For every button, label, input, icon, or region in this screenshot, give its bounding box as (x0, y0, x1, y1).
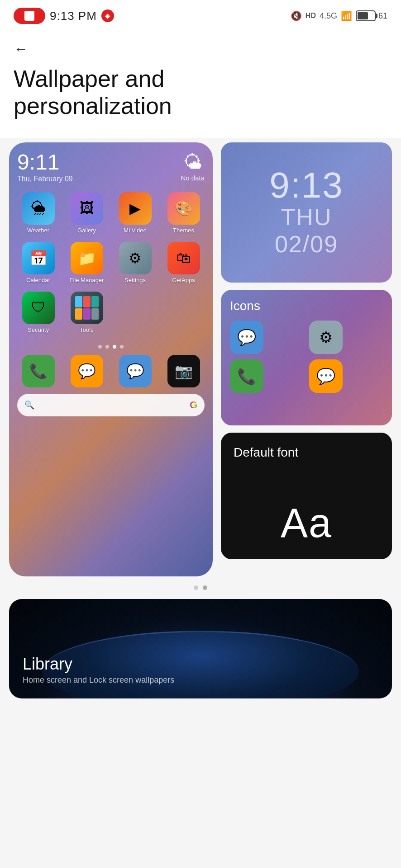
app-icon-getapps: 🛍 (167, 242, 200, 274)
battery-tip (376, 14, 377, 18)
app-gallery[interactable]: 🖼 Gallery (66, 192, 108, 234)
clock-time: 9:13 (269, 167, 344, 203)
page-header: ← Wallpaper andpersonalization (0, 32, 401, 138)
app-tools[interactable]: Tools (66, 292, 108, 333)
font-sample: Aa (281, 500, 332, 547)
back-button[interactable]: ← (14, 41, 28, 57)
battery-fill (358, 12, 368, 19)
phone-time: 9:11 (17, 151, 73, 173)
icons-card-title: Icons (230, 299, 383, 313)
miui-icon: ◈ (101, 9, 114, 22)
dock-camera[interactable]: 📷 (162, 355, 205, 387)
icons-card[interactable]: Icons 💬 ⚙ 📞 💬 (221, 290, 392, 425)
tools-grid-icon (75, 296, 99, 320)
dot-3 (113, 345, 116, 349)
app-filemanager[interactable]: 📁 File Manager (66, 242, 108, 283)
app-settings[interactable]: ⚙ Settings (114, 242, 156, 283)
app-icon-mivideo: ▶ (119, 192, 152, 225)
app-icon-filemanager: 📁 (71, 242, 103, 274)
app-mivideo[interactable]: ▶ Mi Video (114, 192, 156, 234)
tools-dot-5 (83, 308, 91, 320)
right-panel: 9:13 THU 02/09 Icons 💬 ⚙ 📞 💬 Default fon… (221, 142, 392, 576)
icons-grid-settings: ⚙ (309, 321, 343, 354)
app-label-tools: Tools (80, 326, 93, 333)
library-content: Library Home screen and Lock screen wall… (23, 655, 174, 685)
app-grid-row2: 📅 Calendar 📁 File Manager ⚙ Settings 🛍 G… (17, 242, 205, 283)
icons-grid-phone: 📞 (230, 359, 263, 393)
status-bar: 9:13 PM ◈ 🔇 HD 4.5G 📶 61 (0, 0, 401, 32)
app-weather[interactable]: 🌦 Weather (17, 192, 59, 234)
dock-phone[interactable]: 📞 (17, 355, 59, 387)
dock-chat[interactable]: 💬 (114, 355, 156, 387)
dock-icon-phone: 📞 (22, 355, 55, 387)
app-security[interactable]: 🛡 Security (17, 292, 59, 333)
clock-date: 02/09 (275, 231, 338, 258)
tools-dot-2 (83, 296, 91, 307)
status-right: 🔇 HD 4.5G 📶 61 (291, 10, 387, 21)
record-button[interactable] (14, 8, 45, 24)
tools-dot-6 (91, 308, 99, 320)
app-label-settings: Settings (124, 277, 146, 283)
tools-dot-1 (75, 296, 82, 307)
google-icon: G (190, 399, 197, 411)
app-icon-weather: 🌦 (22, 192, 55, 225)
app-icon-tools (71, 292, 103, 324)
app-label-gallery: Gallery (77, 227, 96, 234)
dot-2 (105, 345, 109, 349)
dot-1 (98, 345, 102, 349)
app-grid-row1: 🌦 Weather 🖼 Gallery ▶ Mi Video 🎨 Themes (17, 192, 205, 234)
phone-search-bar[interactable]: 🔍 G (17, 394, 205, 416)
app-grid-row3: 🛡 Security (17, 292, 205, 333)
tools-dot-3 (91, 296, 99, 307)
clock-day: THU (281, 203, 332, 231)
app-icon-themes: 🎨 (167, 192, 200, 225)
font-card[interactable]: Default font Aa (221, 433, 392, 559)
phone-inner: 9:11 Thu, February 09 🌤 No data 🌦 Weathe… (9, 142, 213, 576)
phone-weather: 🌤 No data (181, 151, 205, 182)
status-time: 9:13 PM (50, 9, 97, 23)
icons-grid-chat: 💬 (309, 359, 343, 393)
preview-section: 9:11 Thu, February 09 🌤 No data 🌦 Weathe… (9, 138, 392, 576)
library-title: Library (23, 655, 174, 674)
record-icon (24, 11, 34, 21)
font-card-title: Default font (234, 445, 298, 460)
network-icon: 4.5G (320, 11, 337, 21)
phone-date: Thu, February 09 (17, 175, 73, 183)
phone-time-block: 9:11 Thu, February 09 (17, 151, 73, 183)
app-label-security: Security (28, 326, 49, 333)
app-label-getapps: GetApps (172, 277, 195, 283)
app-themes[interactable]: 🎨 Themes (162, 192, 205, 234)
app-calendar[interactable]: 📅 Calendar (17, 242, 59, 283)
app-icon-settings: ⚙ (119, 242, 152, 274)
clock-card[interactable]: 9:13 THU 02/09 (221, 142, 392, 283)
app-label-weather: Weather (27, 227, 49, 234)
search-icon: 🔍 (24, 400, 34, 410)
bottom-app-dock: 📞 💬 💬 📷 (17, 355, 205, 387)
library-section[interactable]: Library Home screen and Lock screen wall… (9, 599, 392, 698)
phone-mockup[interactable]: 9:11 Thu, February 09 🌤 No data 🌦 Weathe… (9, 142, 213, 576)
dock-icon-chat: 💬 (119, 355, 152, 387)
status-left: 9:13 PM ◈ (14, 8, 114, 24)
preview-dot-2 (203, 585, 207, 590)
dock-messages[interactable]: 💬 (66, 355, 108, 387)
app-icon-calendar: 📅 (22, 242, 55, 274)
library-background: Library Home screen and Lock screen wall… (9, 599, 392, 698)
battery-text: 61 (378, 11, 387, 21)
phone-top-row: 9:11 Thu, February 09 🌤 No data (17, 151, 205, 183)
dock-icon-camera: 📷 (167, 355, 200, 387)
phone-page-dots (17, 345, 205, 349)
preview-dot-1 (194, 585, 198, 590)
app-icon-security: 🛡 (22, 292, 55, 324)
signal-icon: 📶 (341, 10, 352, 21)
mute-icon: 🔇 (291, 10, 302, 21)
main-content: 9:11 Thu, February 09 🌤 No data 🌦 Weathe… (0, 138, 401, 712)
icons-grid: 💬 ⚙ 📞 💬 (230, 321, 383, 393)
app-label-calendar: Calendar (26, 277, 50, 283)
icons-grid-messages: 💬 (230, 321, 263, 354)
app-label-themes: Themes (173, 227, 194, 234)
battery-indicator (356, 10, 376, 21)
app-getapps[interactable]: 🛍 GetApps (162, 242, 205, 283)
weather-text: No data (181, 174, 205, 182)
hd-badge: HD (306, 12, 316, 20)
dot-4 (120, 345, 124, 349)
